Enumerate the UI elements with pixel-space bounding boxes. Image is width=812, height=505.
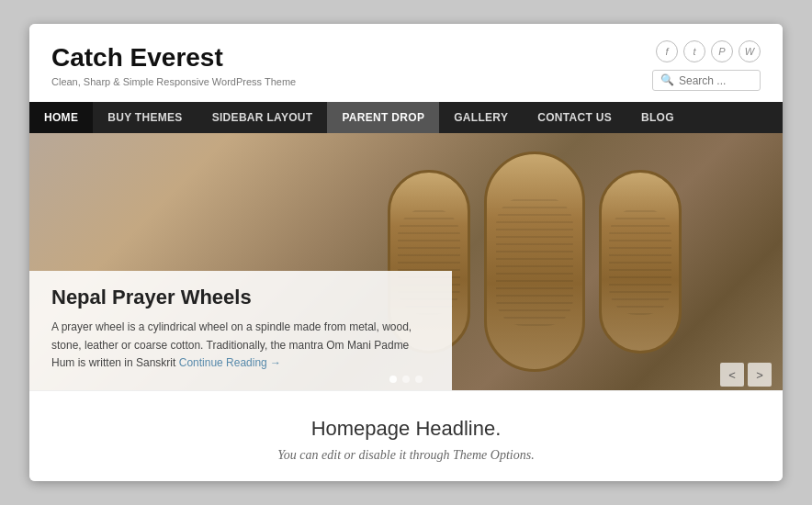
slider-next-button[interactable]: > [748,363,772,387]
search-input[interactable] [679,74,752,87]
slider-dot-2[interactable] [402,376,410,383]
nav-item-home[interactable]: HOME [29,102,93,133]
search-box[interactable]: 🔍 [652,70,761,91]
social-icons: f t P W [656,40,761,62]
site-branding: Catch Everest Clean, Sharp & Simple Resp… [51,44,652,87]
slider-dots [389,376,423,383]
site-description: Clean, Sharp & Simple Responsive WordPre… [51,76,652,87]
slider-arrows: < > [720,363,772,387]
nav-item-parent-drop[interactable]: PARENT DROP [327,102,439,133]
hero-title: Nepal Prayer Wheels [51,286,434,309]
hero-slider: Nepal Prayer Wheels A prayer wheel is a … [29,133,783,390]
slider-prev-button[interactable]: < [720,363,744,387]
prayer-wheel-3 [599,170,682,354]
nav-item-gallery[interactable]: GALLERY [439,102,523,133]
hero-overlay: Nepal Prayer Wheels A prayer wheel is a … [29,271,452,390]
hero-continue-reading-link[interactable]: Continue Reading → [179,356,281,369]
footer-headline: Homepage Headline. [48,417,764,441]
facebook-icon[interactable]: f [656,40,678,62]
site-footer-area: Homepage Headline. You can edit or disab… [29,390,783,481]
pinterest-icon[interactable]: P [711,40,733,62]
header-right: f t P W 🔍 [652,40,761,91]
site-title: Catch Everest [51,44,652,73]
browser-window: Catch Everest Clean, Sharp & Simple Resp… [29,24,783,481]
slider-dot-1[interactable] [389,376,397,383]
search-icon: 🔍 [660,73,674,87]
hero-body: A prayer wheel is a cylindrical wheel on… [51,319,434,372]
site-nav: HOME BUY THEMES SIDEBAR LAYOUT PARENT DR… [29,102,783,133]
site-header: Catch Everest Clean, Sharp & Simple Resp… [29,24,783,102]
nav-item-sidebar-layout[interactable]: SIDEBAR LAYOUT [197,102,328,133]
prayer-wheel-2 [484,152,585,372]
nav-item-blog[interactable]: BLOG [626,102,689,133]
slider-dot-3[interactable] [415,376,423,383]
twitter-icon[interactable]: t [683,40,705,62]
wordpress-icon[interactable]: W [739,40,761,62]
nav-item-buy-themes[interactable]: BUY THEMES [93,102,197,133]
footer-subtext: You can edit or disable it through Theme… [48,448,764,463]
nav-item-contact-us[interactable]: CONTACT US [523,102,626,133]
